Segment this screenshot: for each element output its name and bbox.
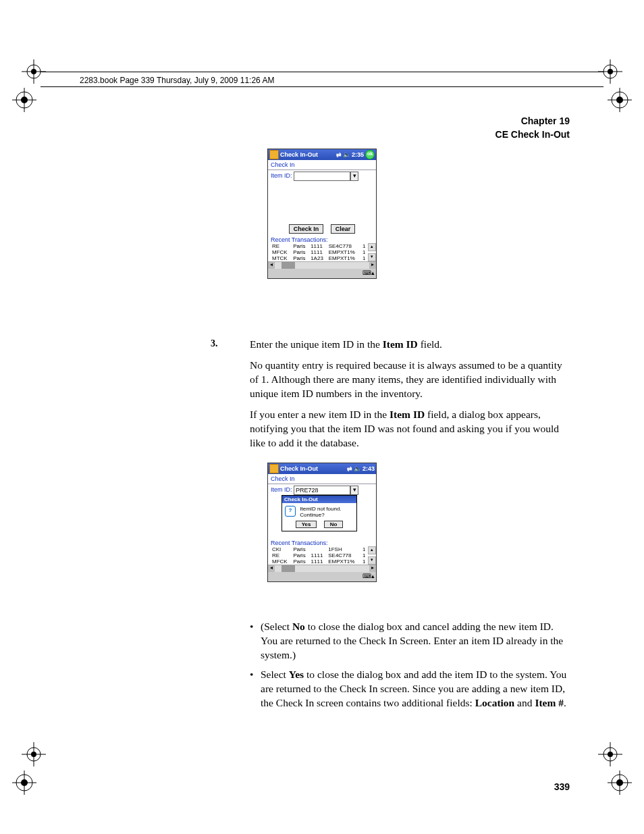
table-row[interactable]: MFCKParis1111EMPXT1%1	[271, 249, 368, 255]
svg-point-11	[608, 69, 613, 74]
table-row[interactable]: REParis1111SE4C7781	[271, 552, 368, 558]
table-row[interactable]: REParis1111SE4C7781	[271, 243, 368, 249]
dialog-title: Check In-Out	[282, 496, 356, 503]
chevron-down-icon[interactable]: ▾	[350, 172, 358, 181]
registration-mark-icon	[22, 742, 46, 766]
scrollbar-thumb[interactable]	[281, 262, 295, 269]
transactions-table: CKIParis1FSH1 REParis1111SE4C7781 MFCKPa…	[271, 546, 368, 565]
horizontal-scrollbar[interactable]: ◂ ▸	[268, 565, 376, 572]
scroll-left-icon[interactable]: ◂	[268, 262, 275, 269]
ok-button[interactable]: ok	[365, 150, 375, 159]
svg-point-31	[616, 779, 623, 786]
device-titlebar: Check In-Out ⇄ 🔈 2:43	[268, 463, 376, 474]
page: 2283.book Page 339 Thursday, July 9, 200…	[0, 0, 644, 834]
transactions-table-wrap: ▴ ▾ REParis1111SE4C7781 MFCKParis1111EMP…	[268, 243, 376, 261]
clear-button[interactable]: Clear	[331, 224, 356, 234]
table-row[interactable]: CKIParis1FSH1	[271, 546, 368, 552]
app-title: Check In-Out	[280, 151, 318, 158]
page-number: 339	[554, 781, 570, 792]
bullet-list: (Select No to close the dialog box and c…	[261, 620, 570, 710]
scroll-up-button[interactable]: ▴	[368, 546, 376, 554]
chapter-line2: CE Check In-Out	[495, 128, 570, 142]
item-id-label: Item ID:	[271, 172, 292, 179]
list-item: Select Yes to close the dialog box and a…	[261, 668, 570, 710]
registration-mark-icon	[608, 771, 632, 795]
svg-point-15	[616, 97, 623, 103]
button-row: Check In Clear	[268, 221, 376, 235]
windows-logo-icon	[269, 150, 279, 159]
chevron-down-icon[interactable]: ▾	[350, 486, 358, 495]
chapter-heading: Chapter 19 CE Check In-Out	[495, 115, 570, 141]
list-item: (Select No to close the dialog box and c…	[261, 620, 570, 662]
device-screenshot: Check In-Out ⇄ 🔈 2:35 ok Check In Item I…	[267, 149, 377, 279]
form-area: Item ID: ▾	[268, 170, 376, 221]
scroll-up-button[interactable]: ▴	[368, 243, 376, 251]
registration-mark-icon	[598, 742, 622, 766]
step-3: 3. Enter the unique item ID in the Item …	[230, 338, 570, 457]
sip-bar[interactable]: ⌨▴	[268, 269, 376, 278]
connectivity-icon: ⇄	[347, 465, 352, 472]
scroll-right-icon[interactable]: ▸	[369, 262, 376, 269]
table-row[interactable]: MTCKParis1A23EMPXT1%1	[271, 255, 368, 261]
paragraph: Enter the unique item ID in the Item ID …	[250, 338, 570, 352]
svg-point-7	[21, 97, 28, 103]
windows-logo-icon	[269, 464, 279, 473]
speaker-icon: 🔈	[343, 151, 350, 158]
device-titlebar: Check In-Out ⇄ 🔈 2:35 ok	[268, 149, 376, 160]
scroll-down-button[interactable]: ▾	[368, 253, 376, 261]
dialog-body: ? ItemID not found. Continue? Yes No	[282, 503, 356, 531]
registration-mark-icon	[12, 771, 36, 795]
item-id-input[interactable]: PRE728	[294, 486, 350, 495]
divider	[41, 86, 603, 87]
bullet-section: (Select No to close the dialog box and c…	[230, 613, 570, 716]
horizontal-scrollbar[interactable]: ◂ ▸	[268, 261, 376, 269]
dialog-text: ItemID not found. Continue?	[300, 506, 351, 518]
clock: 2:43	[363, 465, 375, 472]
keyboard-icon[interactable]: ⌨	[363, 573, 371, 579]
scrollbar-thumb[interactable]	[281, 565, 295, 572]
svg-point-23	[21, 779, 28, 786]
app-title: Check In-Out	[280, 465, 318, 472]
speaker-icon: 🔈	[354, 465, 361, 472]
form-area: Item ID: PRE728▾ Check In-Out ? ItemID n…	[268, 484, 376, 538]
item-id-input[interactable]	[294, 172, 350, 181]
connectivity-icon: ⇄	[336, 151, 342, 158]
paragraph: No quantity entry is required because it…	[250, 359, 570, 401]
scroll-right-icon[interactable]: ▸	[369, 565, 376, 572]
transactions-table-wrap: ▴ ▾ CKIParis1FSH1 REParis1111SE4C7781 MF…	[268, 546, 376, 565]
table-row[interactable]: MFCKParis1111EMPXT1%1	[271, 558, 368, 565]
svg-point-27	[608, 752, 613, 757]
scroll-down-button[interactable]: ▾	[368, 556, 376, 565]
step-number: 3.	[211, 338, 218, 350]
transactions-table: REParis1111SE4C7781 MFCKParis1111EMPXT1%…	[271, 243, 368, 261]
paragraph: If you enter a new item ID in the Item I…	[250, 408, 570, 450]
scroll-left-icon[interactable]: ◂	[268, 565, 275, 572]
itemid-not-found-dialog: Check In-Out ? ItemID not found. Continu…	[281, 495, 357, 531]
clock: 2:35	[352, 151, 364, 158]
divider	[41, 72, 603, 72]
recent-transactions-label: Recent Transactions:	[268, 235, 376, 243]
menu-checkin[interactable]: Check In	[268, 160, 376, 170]
device-screenshot: Check In-Out ⇄ 🔈 2:43 Check In Item ID: …	[267, 463, 377, 582]
question-icon: ?	[285, 506, 296, 517]
svg-point-19	[31, 752, 36, 757]
item-id-label: Item ID:	[271, 486, 292, 493]
figure-checkin-empty: Check In-Out ⇄ 🔈 2:35 ok Check In Item I…	[0, 149, 644, 288]
recent-transactions-label: Recent Transactions:	[268, 538, 376, 546]
no-button[interactable]: No	[324, 521, 344, 528]
sip-bar[interactable]: ⌨▴	[268, 572, 376, 581]
running-header: 2283.book Page 339 Thursday, July 9, 200…	[80, 76, 274, 85]
registration-mark-icon	[608, 88, 632, 112]
checkin-button[interactable]: Check In	[289, 224, 324, 234]
chapter-line1: Chapter 19	[495, 115, 570, 128]
yes-button[interactable]: Yes	[296, 521, 317, 528]
svg-point-3	[31, 69, 36, 74]
registration-mark-icon	[12, 88, 36, 112]
keyboard-icon[interactable]: ⌨	[363, 269, 371, 276]
figure-checkin-dialog: Check In-Out ⇄ 🔈 2:43 Check In Item ID: …	[0, 463, 644, 592]
menu-checkin[interactable]: Check In	[268, 474, 376, 484]
